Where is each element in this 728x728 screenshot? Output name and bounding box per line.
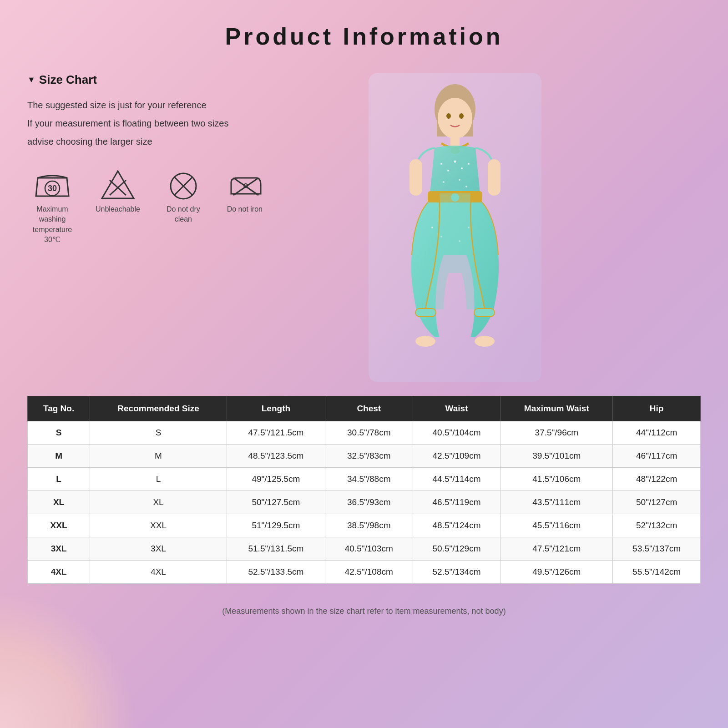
care-item-dry-clean: Do not dry clean (158, 169, 208, 225)
table-cell-6-3: 42.5"/108cm (325, 561, 413, 584)
table-cell-2-2: 49"/125.5cm (227, 468, 325, 491)
col-header-hip: Hip (613, 396, 701, 421)
model-image (369, 73, 541, 382)
table-header-row: Tag No. Recommended Size Length Chest Wa… (28, 396, 701, 421)
table-cell-6-5: 49.5"/126cm (500, 561, 613, 584)
table-cell-2-5: 41.5"/106cm (500, 468, 613, 491)
table-cell-4-5: 45.5"/116cm (500, 514, 613, 537)
table-cell-5-5: 47.5"/121cm (500, 537, 613, 561)
right-section (364, 73, 546, 382)
wash-label: Maximum washingtemperature 30℃ (27, 204, 77, 245)
size-description: The suggested size is just for your refe… (27, 96, 346, 151)
svg-point-38 (475, 336, 495, 347)
svg-point-15 (446, 113, 451, 119)
size-desc-line-2: If your measurement is floating between … (27, 114, 346, 132)
bleach-label: Unbleachable (96, 204, 140, 214)
care-item-wash: 30 Maximum washingtemperature 30℃ (27, 169, 77, 245)
table-cell-0-6: 44"/112cm (613, 421, 701, 445)
size-desc-line-1: The suggested size is just for your refe… (27, 96, 346, 114)
table-cell-1-5: 39.5"/101cm (500, 445, 613, 468)
svg-marker-2 (102, 171, 134, 198)
table-cell-4-0: XXL (28, 514, 90, 537)
table-cell-0-0: S (28, 421, 90, 445)
svg-text:30: 30 (48, 184, 57, 193)
table-cell-4-6: 52"/132cm (613, 514, 701, 537)
svg-point-24 (461, 167, 463, 169)
page-wrapper: Product Information Size Chart The sugge… (0, 0, 728, 728)
table-cell-6-0: 4XL (28, 561, 90, 584)
table-cell-6-4: 52.5"/134cm (413, 561, 500, 584)
svg-point-26 (443, 181, 445, 183)
no-dry-clean-icon (165, 169, 202, 201)
size-table-section: Tag No. Recommended Size Length Chest Wa… (27, 396, 701, 584)
table-cell-4-1: XXL (90, 514, 227, 537)
col-header-tag: Tag No. (28, 396, 90, 421)
table-cell-1-3: 32.5"/83cm (325, 445, 413, 468)
svg-rect-36 (474, 308, 495, 317)
table-cell-0-5: 37.5"/96cm (500, 421, 613, 445)
svg-rect-35 (415, 308, 436, 317)
table-cell-3-4: 46.5"/119cm (413, 491, 500, 514)
svg-point-16 (459, 113, 464, 119)
footnote: (Measurements shown in the size chart re… (27, 597, 701, 625)
svg-point-23 (454, 161, 456, 163)
care-item-bleach: Unbleachable (96, 169, 140, 214)
table-cell-3-1: XL (90, 491, 227, 514)
table-row: MM48.5"/123.5cm32.5"/83cm42.5"/109cm39.5… (28, 445, 701, 468)
size-table: Tag No. Recommended Size Length Chest Wa… (27, 396, 701, 584)
table-cell-2-0: L (28, 468, 90, 491)
svg-point-37 (415, 336, 435, 347)
table-row: XLXL50"/127.5cm36.5"/93cm46.5"/119cm43.5… (28, 491, 701, 514)
table-cell-0-4: 40.5"/104cm (413, 421, 500, 445)
table-cell-5-1: 3XL (90, 537, 227, 561)
table-cell-5-6: 53.5"/137cm (613, 537, 701, 561)
svg-rect-20 (488, 159, 500, 196)
table-row: SS47.5"/121.5cm30.5"/78cm40.5"/104cm37.5… (28, 421, 701, 445)
svg-point-27 (459, 179, 460, 181)
table-row: XXLXXL51"/129.5cm38.5"/98cm48.5"/124cm45… (28, 514, 701, 537)
table-cell-3-2: 50"/127.5cm (227, 491, 325, 514)
table-cell-0-2: 47.5"/121.5cm (227, 421, 325, 445)
table-cell-6-2: 52.5"/133.5cm (227, 561, 325, 584)
svg-point-14 (438, 98, 472, 139)
col-header-max-waist: Maximum Waist (500, 396, 613, 421)
table-cell-2-3: 34.5"/88cm (325, 468, 413, 491)
table-row: 3XL3XL51.5"/131.5cm40.5"/103cm50.5"/129c… (28, 537, 701, 561)
col-header-chest: Chest (325, 396, 413, 421)
content-area: Size Chart The suggested size is just fo… (27, 73, 701, 382)
no-iron-icon (227, 169, 263, 201)
table-cell-2-6: 48"/122cm (613, 468, 701, 491)
svg-point-28 (465, 186, 467, 187)
table-cell-2-4: 44.5"/114cm (413, 468, 500, 491)
svg-point-22 (447, 170, 449, 172)
table-cell-6-1: 4XL (90, 561, 227, 584)
svg-point-31 (431, 227, 433, 228)
table-cell-5-3: 40.5"/103cm (325, 537, 413, 561)
wash-icon: 30 (34, 169, 71, 201)
table-cell-5-2: 51.5"/131.5cm (227, 537, 325, 561)
table-cell-1-4: 42.5"/109cm (413, 445, 500, 468)
table-row: LL49"/125.5cm34.5"/88cm44.5"/114cm41.5"/… (28, 468, 701, 491)
table-cell-6-6: 55.5"/142cm (613, 561, 701, 584)
page-title: Product Information (27, 23, 701, 50)
dry-clean-label: Do not dry clean (158, 204, 208, 225)
care-icons: 30 Maximum washingtemperature 30℃ Unblea… (27, 169, 346, 245)
svg-point-21 (440, 163, 442, 165)
table-cell-3-0: XL (28, 491, 90, 514)
size-chart-header: Size Chart (27, 73, 346, 87)
table-cell-5-4: 50.5"/129cm (413, 537, 500, 561)
model-svg (369, 73, 541, 382)
table-cell-1-0: M (28, 445, 90, 468)
table-cell-4-2: 51"/129.5cm (227, 514, 325, 537)
table-cell-4-3: 38.5"/98cm (325, 514, 413, 537)
col-header-waist: Waist (413, 396, 500, 421)
table-cell-5-0: 3XL (28, 537, 90, 561)
care-item-iron: Do not iron (227, 169, 263, 214)
table-cell-4-4: 48.5"/124cm (413, 514, 500, 537)
table-cell-0-3: 30.5"/78cm (325, 421, 413, 445)
no-bleach-icon (100, 169, 136, 201)
table-cell-2-1: L (90, 468, 227, 491)
col-header-length: Length (227, 396, 325, 421)
table-cell-0-1: S (90, 421, 227, 445)
svg-point-25 (468, 163, 470, 165)
